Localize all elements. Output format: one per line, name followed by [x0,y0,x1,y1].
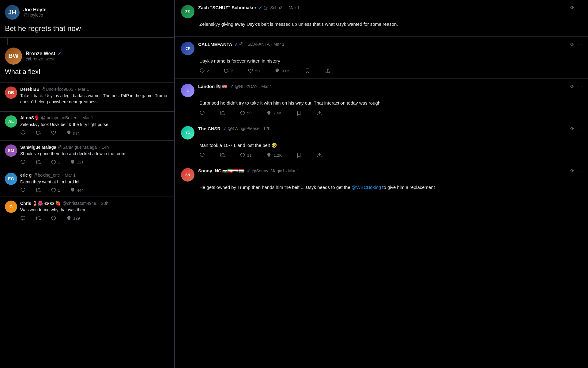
callme-verified: ✓ [234,42,238,47]
cnsr-text: Man took a 10-7 L and lost the belt 🤣 [181,142,582,149]
retweet-icon [36,216,41,221]
refresh-icon[interactable]: ⟳ [570,5,574,10]
verified-badge: ✓ [58,51,61,56]
sonny-header: SN Sonny_NC🇵🇸🇮🇷🇾🇪🇭🇺 ✓ @Sonny_Magic1 · Ma… [181,168,582,182]
along-name: ALonS🥊 [20,115,39,120]
derek-name: Derek BB [20,87,40,92]
reply-tweet-eric: EG eric g @boxing_eric · Mar 1 Damn they… [0,169,174,197]
cnsr-bookmark[interactable] [296,152,302,158]
san-likes-count: 1 [58,160,60,164]
views-icon [66,130,72,137]
more-icon[interactable]: ··· [578,42,582,47]
callme-like[interactable]: 50 [248,68,259,74]
cnsr-verified: ✓ [223,126,227,131]
callme-handle: @ITSDAFANTA [239,42,270,47]
like-icon [240,152,245,158]
retweet-icon [36,159,41,165]
bronze-tweet: BW Bronze West ✓ @bronze_west What a fle… [0,45,174,83]
comment-icon [20,187,26,193]
chris-retweet[interactable] [36,216,41,221]
callme-share[interactable] [325,68,330,74]
eric-retweet[interactable] [36,187,41,193]
eric-content: eric g @boxing_eric · Mar 1 Damn they we… [20,173,169,193]
along-like[interactable] [51,130,56,137]
along-actions: 571 [20,130,169,137]
san-comment[interactable] [20,159,26,165]
landon-retweet[interactable] [220,110,225,116]
right-panel: ZS Zach "SCHUZ" Schumaker ✓ @_SchuZ_ · M… [175,0,588,368]
refresh-icon[interactable]: ⟳ [570,84,574,89]
callme-comment[interactable]: 2 [199,68,209,74]
refresh-icon[interactable]: ⟳ [570,126,574,132]
callme-views: 9.8K [274,68,290,74]
eric-handle: @boxing_eric [33,173,60,178]
cnsr-like[interactable]: 11 [240,152,251,158]
san-like[interactable]: 1 [51,159,60,165]
chris-avatar: C [5,201,17,213]
cnsr-share[interactable] [317,152,322,158]
zach-meta: Zach "SCHUZ" Schumaker ✓ @_SchuZ_ · Mar … [198,5,567,10]
along-retweet[interactable] [36,130,41,137]
zach-date: Mar 1 [289,5,300,10]
sonny-avatar: SN [181,168,194,182]
eric-views-count: 444 [77,188,84,193]
landon-comment[interactable] [199,110,205,116]
eric-like[interactable]: 1 [51,187,60,193]
comment-icon [20,130,26,137]
views-icon [70,187,75,193]
derek-avatar: DB [5,86,17,99]
callme-views-count: 9.8K [282,69,290,73]
main-tweet: JH Joe Hoyle @HoyleJo Bet he regrets tha… [0,0,174,38]
chris-handle: @christatum4949 [62,201,96,206]
callme-retweet[interactable]: 2 [224,68,233,74]
sonny-handle: @Sonny_Magic1 [252,168,285,173]
views-icon [266,152,272,158]
cnsr-retweet[interactable] [220,152,225,158]
san-retweet[interactable] [36,159,41,165]
more-icon[interactable]: ··· [578,84,582,89]
comment-icon [199,152,205,158]
chris-like[interactable] [51,216,56,221]
joe-tweet-text: Bet he regrets that now [5,23,169,34]
zach-verified: ✓ [258,5,262,10]
refresh-icon[interactable]: ⟳ [570,168,574,174]
share-icon [317,110,322,116]
views-icon [266,110,272,116]
chris-comment[interactable] [20,216,26,221]
cnsr-actions: 11 1.2K [181,152,582,158]
landon-verified: ✓ [230,84,234,89]
retweet-icon [224,68,229,74]
sonny-link[interactable]: @WBCBoxing [352,185,381,190]
along-handle: @melapelanBoxeo [41,115,77,120]
callme-bookmark[interactable] [305,68,310,74]
landon-like[interactable]: 50 [240,110,251,116]
eric-header: eric g @boxing_eric · Mar 1 [20,173,169,178]
right-tweet-cnsr: TC The CNSR ✓ @4WingsPlease · 12h ⟳ ··· … [175,121,588,163]
landon-share[interactable] [317,110,322,116]
san-actions: 1 121 [20,159,169,165]
chris-content: Chris 🎖️🌺 👁️👁️ 🍓 @christatum4949 · 20h W… [20,201,169,221]
cnsr-date: 12h [263,126,270,131]
landon-views-count: 7.6K [273,111,282,115]
zach-tweet-actions: ⟳ ··· [570,5,582,10]
along-comment[interactable] [20,130,26,137]
more-icon[interactable]: ··· [578,5,582,10]
left-panel: JH Joe Hoyle @HoyleJo Bet he regrets tha… [0,0,175,368]
like-icon [51,159,56,165]
avatar: JH [5,5,20,20]
chris-text: Was wondering why that was there [20,207,169,213]
cnsr-avatar: TC [181,126,194,140]
more-icon[interactable]: ··· [578,168,582,174]
more-icon[interactable]: ··· [578,126,582,132]
cnsr-name: The CNSR ✓ [198,126,227,131]
landon-bookmark[interactable] [296,110,302,116]
retweet-icon [220,152,225,158]
refresh-icon[interactable]: ⟳ [570,42,574,47]
cnsr-comment[interactable] [199,152,205,158]
eric-comment[interactable] [20,187,26,193]
landon-date: Mar 1 [261,84,272,89]
callme-header: CF CALLMEFANTA ✓ @ITSDAFANTA · Mar 1 ⟳ ·… [181,42,582,55]
sonny-date: Mar 1 [288,168,299,173]
bronze-user-info: Bronze West ✓ @bronze_west [26,51,169,61]
zach-header: ZS Zach "SCHUZ" Schumaker ✓ @_SchuZ_ · M… [181,5,582,18]
